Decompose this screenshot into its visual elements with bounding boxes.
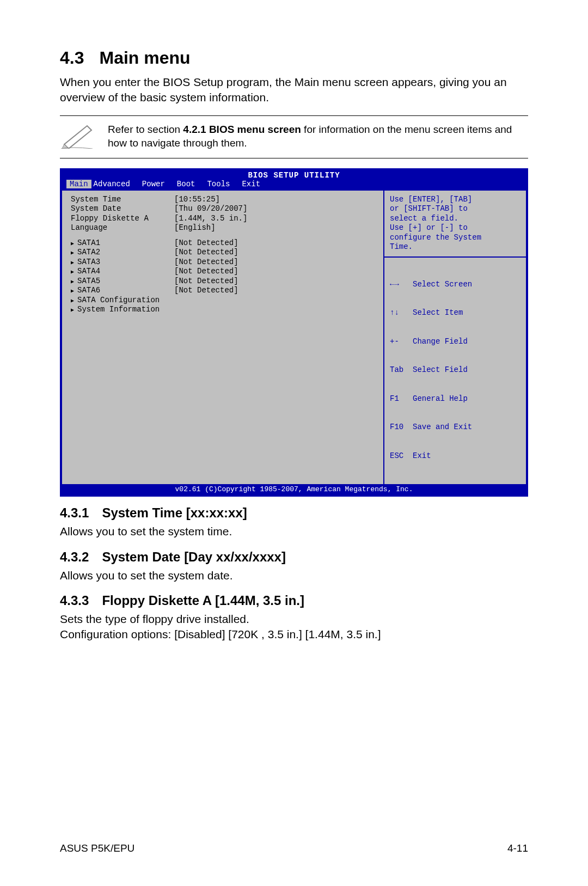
sata1-value: [Not Detected]: [174, 239, 378, 248]
help-line-6: Time.: [390, 242, 520, 252]
field-system-time-label[interactable]: System Time: [71, 195, 174, 205]
sata1-label[interactable]: SATA1: [71, 239, 174, 248]
field-floppy-value[interactable]: [1.44M, 3.5 in.]: [174, 214, 378, 224]
sata2-value: [Not Detected]: [174, 248, 378, 258]
section-title-text: Main menu: [99, 48, 190, 68]
sub-title-0: System Time [xx:xx:xx]: [102, 505, 247, 520]
note-bold: 4.2.1 BIOS menu screen: [183, 124, 301, 135]
system-info[interactable]: System Information: [71, 305, 174, 315]
help-line-0: Use [ENTER], [TAB]: [390, 195, 520, 205]
legend-text-3: Select Field: [413, 365, 468, 374]
help-line-1: or [SHIFT-TAB] to: [390, 204, 520, 214]
bios-screenshot: BIOS SETUP UTILITY Main Advanced Power B…: [60, 168, 528, 497]
sata2-label[interactable]: SATA2: [71, 248, 174, 258]
legend-sym-6: ESC: [390, 451, 413, 461]
legend-sym-4: F1: [390, 394, 413, 404]
note-block: Refer to section 4.2.1 BIOS menu screen …: [60, 115, 528, 158]
section-heading: 4.3Main menu: [60, 48, 528, 68]
bios-title: BIOS SETUP UTILITY: [62, 170, 526, 180]
sata3-value: [Not Detected]: [174, 258, 378, 267]
sub-body-0: Allows you to set the system time.: [60, 524, 528, 539]
sata-config[interactable]: SATA Configuration: [71, 296, 174, 305]
legend-sym-1: ↑↓: [390, 308, 413, 318]
legend-text-5: Save and Exit: [413, 423, 472, 431]
sata6-value: [Not Detected]: [174, 286, 378, 296]
bios-tab-tools[interactable]: Tools: [205, 180, 240, 188]
sata3-label[interactable]: SATA3: [71, 258, 174, 267]
legend: ←→Select Screen ↑↓Select Item +-Change F…: [390, 261, 520, 480]
field-system-date-label[interactable]: System Date: [71, 204, 174, 214]
bios-help-pane: Use [ENTER], [TAB] or [SHIFT-TAB] to sel…: [384, 191, 526, 485]
field-system-date-value[interactable]: [Thu 09/20/2007]: [174, 204, 378, 214]
bios-tab-bar: Main Advanced Power Boot Tools Exit: [62, 180, 526, 190]
footer-right: 4-11: [507, 842, 528, 854]
subsection-431: 4.3.1System Time [xx:xx:xx]: [60, 505, 528, 521]
legend-sym-0: ←→: [390, 280, 413, 290]
sub-body-1: Allows you to set the system date.: [60, 568, 528, 583]
sub-title-1: System Date [Day xx/xx/xxxx]: [102, 549, 286, 564]
bios-left-pane: System Time [10:55:25] System Date [Thu …: [62, 191, 384, 485]
help-line-5: configure the System: [390, 233, 520, 243]
field-language-value[interactable]: [English]: [174, 223, 378, 233]
bios-tab-power[interactable]: Power: [140, 180, 175, 188]
sata5-value: [Not Detected]: [174, 277, 378, 286]
page-footer: ASUS P5K/EPU 4-11: [60, 842, 528, 854]
subsection-432: 4.3.2System Date [Day xx/xx/xxxx]: [60, 549, 528, 565]
help-line-4: Use [+] or [-] to: [390, 223, 520, 233]
legend-text-0: Select Screen: [413, 280, 472, 289]
sata6-label[interactable]: SATA6: [71, 286, 174, 296]
legend-sym-3: Tab: [390, 365, 413, 375]
note-text: Refer to section 4.2.1 BIOS menu screen …: [108, 121, 528, 150]
sub-body-2: Sets the type of floppy drive installed.…: [60, 612, 528, 643]
subsection-433: 4.3.3Floppy Diskette A [1.44M, 3.5 in.]: [60, 593, 528, 608]
legend-sym-2: +-: [390, 337, 413, 347]
bios-tab-exit[interactable]: Exit: [240, 180, 270, 188]
legend-text-1: Select Item: [413, 308, 463, 317]
bios-copyright: v02.61 (C)Copyright 1985-2007, American …: [62, 484, 526, 494]
sub-num-0: 4.3.1: [60, 505, 89, 521]
legend-text-4: General Help: [413, 394, 468, 403]
sata4-value: [Not Detected]: [174, 267, 378, 277]
bios-tab-main[interactable]: Main: [66, 180, 91, 188]
bios-tab-boot[interactable]: Boot: [175, 180, 205, 188]
intro-paragraph: When you enter the BIOS Setup program, t…: [60, 75, 528, 106]
sub-title-2: Floppy Diskette A [1.44M, 3.5 in.]: [102, 593, 304, 608]
footer-left: ASUS P5K/EPU: [60, 842, 134, 854]
legend-text-6: Exit: [413, 451, 431, 460]
help-line-2: select a field.: [390, 214, 520, 224]
field-language-label[interactable]: Language: [71, 223, 174, 233]
sub-num-1: 4.3.2: [60, 549, 89, 565]
pencil-note-icon: [60, 121, 108, 152]
sata4-label[interactable]: SATA4: [71, 267, 174, 277]
legend-text-2: Change Field: [413, 337, 468, 346]
field-system-time-value[interactable]: [10:55:25]: [174, 195, 378, 205]
section-number: 4.3: [60, 48, 84, 68]
bios-tab-advanced[interactable]: Advanced: [91, 180, 140, 188]
sata5-label[interactable]: SATA5: [71, 277, 174, 286]
note-pre: Refer to section: [108, 124, 183, 135]
field-floppy-label[interactable]: Floppy Diskette A: [71, 214, 174, 224]
sub-num-2: 4.3.3: [60, 593, 89, 608]
legend-sym-5: F10: [390, 423, 413, 432]
